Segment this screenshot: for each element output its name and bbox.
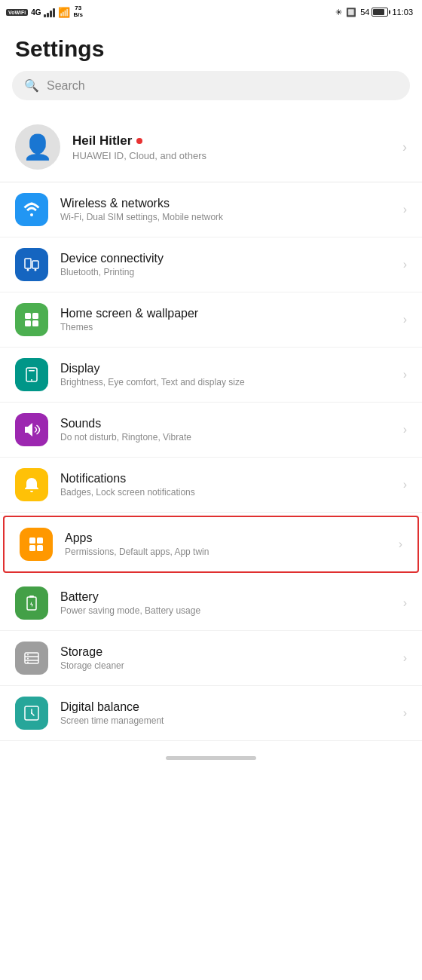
apps-text: Apps Permissions, Default apps, App twin <box>65 531 387 557</box>
signal-bars-icon <box>44 7 55 17</box>
display-icon <box>15 358 48 391</box>
profile-info: Heil Hitler HUAWEI ID, Cloud, and others <box>72 133 390 161</box>
home-screen-chevron-icon: › <box>403 313 407 326</box>
apps-icon <box>20 528 53 561</box>
profile-section[interactable]: 👤 Heil Hitler HUAWEI ID, Cloud, and othe… <box>0 112 422 182</box>
search-icon: 🔍 <box>24 78 39 93</box>
search-input[interactable]: Search <box>47 79 85 93</box>
network-speed: 73B/s <box>73 5 82 19</box>
svg-rect-8 <box>32 320 38 326</box>
settings-item-home-screen[interactable]: Home screen & wallpaper Themes › <box>0 292 422 348</box>
svg-point-4 <box>35 269 37 271</box>
digital-balance-title: Digital balance <box>60 700 391 714</box>
storage-title: Storage <box>60 645 391 659</box>
settings-item-apps[interactable]: Apps Permissions, Default apps, App twin… <box>3 516 419 573</box>
device-connectivity-subtitle: Bluetooth, Printing <box>60 267 391 277</box>
battery-icon <box>372 8 388 17</box>
svg-point-23 <box>27 658 29 660</box>
notifications-chevron-icon: › <box>403 478 407 492</box>
digital-balance-icon <box>15 697 48 730</box>
svg-rect-18 <box>29 596 34 598</box>
vowifi-indicator: VoWiFi <box>6 9 28 16</box>
profile-name: Heil Hitler <box>72 133 390 149</box>
sounds-chevron-icon: › <box>403 423 407 436</box>
battery-chevron-icon: › <box>403 596 407 610</box>
search-bar[interactable]: 🔍 Search <box>12 71 410 100</box>
status-right: ✳ 🔲 54 11:03 <box>335 8 413 17</box>
status-left: VoWiFi 4G 📶 73B/s <box>6 5 83 19</box>
svg-rect-6 <box>32 313 38 319</box>
sounds-title: Sounds <box>60 417 391 430</box>
storage-chevron-icon: › <box>403 651 407 665</box>
settings-item-battery[interactable]: Battery Power saving mode, Battery usage… <box>0 576 422 631</box>
wireless-chevron-icon: › <box>403 203 407 216</box>
sounds-text: Sounds Do not disturb, Ringtone, Vibrate <box>60 417 391 443</box>
wifi-icon: 📶 <box>58 7 70 18</box>
storage-subtitle: Storage cleaner <box>60 660 391 671</box>
wireless-subtitle: Wi-Fi, Dual SIM settings, Mobile network <box>60 212 391 222</box>
network-type: 4G <box>31 8 41 17</box>
device-connectivity-icon <box>15 248 48 281</box>
svg-rect-7 <box>25 320 31 326</box>
settings-item-storage[interactable]: Storage Storage cleaner › <box>0 631 422 686</box>
svg-rect-5 <box>25 313 31 319</box>
svg-point-24 <box>27 662 29 663</box>
apps-title: Apps <box>65 531 387 545</box>
wireless-title: Wireless & networks <box>60 197 391 210</box>
display-subtitle: Brightness, Eye comfort, Text and displa… <box>60 377 391 387</box>
storage-icon <box>15 642 48 675</box>
settings-item-sounds[interactable]: Sounds Do not disturb, Ringtone, Vibrate… <box>0 403 422 458</box>
svg-rect-15 <box>29 545 35 551</box>
settings-item-digital-balance[interactable]: Digital balance Screen time management › <box>0 686 422 741</box>
svg-rect-2 <box>32 261 38 268</box>
notifications-title: Notifications <box>60 472 391 485</box>
settings-item-notifications[interactable]: Notifications Badges, Lock screen notifi… <box>0 458 422 513</box>
bluetooth-icon: ✳ <box>335 8 342 17</box>
storage-text: Storage Storage cleaner <box>60 645 391 671</box>
online-dot <box>136 138 142 144</box>
home-screen-text: Home screen & wallpaper Themes <box>60 307 391 332</box>
battery-indicator: 54 <box>360 8 388 17</box>
svg-rect-16 <box>37 545 43 551</box>
svg-rect-13 <box>29 537 35 544</box>
svg-rect-19 <box>25 653 38 663</box>
notifications-text: Notifications Badges, Lock screen notifi… <box>60 472 391 498</box>
time-display: 11:03 <box>392 8 413 17</box>
battery-percent: 54 <box>360 8 369 17</box>
display-title: Display <box>60 362 391 375</box>
sounds-subtitle: Do not disturb, Ringtone, Vibrate <box>60 432 391 443</box>
settings-item-wireless[interactable]: Wireless & networks Wi-Fi, Dual SIM sett… <box>0 182 422 237</box>
apps-chevron-icon: › <box>399 537 402 551</box>
wireless-icon <box>15 193 48 226</box>
profile-chevron-icon: › <box>402 139 407 155</box>
settings-item-device-connectivity[interactable]: Device connectivity Bluetooth, Printing … <box>0 237 422 292</box>
svg-point-26 <box>31 712 32 714</box>
display-chevron-icon: › <box>403 368 407 381</box>
settings-item-display[interactable]: Display Brightness, Eye comfort, Text an… <box>0 348 422 403</box>
sounds-icon <box>15 413 48 446</box>
home-screen-title: Home screen & wallpaper <box>60 307 391 320</box>
svg-point-0 <box>30 213 33 216</box>
battery-icon <box>15 586 48 620</box>
svg-point-3 <box>27 269 29 271</box>
home-screen-subtitle: Themes <box>60 322 391 332</box>
battery-subtitle: Power saving mode, Battery usage <box>60 605 391 616</box>
device-connectivity-title: Device connectivity <box>60 252 391 265</box>
profile-subtitle: HUAWEI ID, Cloud, and others <box>72 150 390 161</box>
digital-balance-subtitle: Screen time management <box>60 715 391 726</box>
apps-subtitle: Permissions, Default apps, App twin <box>65 547 387 557</box>
battery-text: Battery Power saving mode, Battery usage <box>60 590 391 616</box>
home-bar <box>0 747 422 766</box>
digital-balance-text: Digital balance Screen time management <box>60 700 391 726</box>
home-bar-pill <box>166 756 256 760</box>
device-connectivity-text: Device connectivity Bluetooth, Printing <box>60 252 391 277</box>
settings-list: Wireless & networks Wi-Fi, Dual SIM sett… <box>0 182 422 741</box>
avatar-icon: 👤 <box>23 133 53 161</box>
svg-rect-14 <box>37 537 43 544</box>
svg-rect-1 <box>25 259 31 268</box>
notifications-icon <box>15 468 48 501</box>
profile-name-text: Heil Hitler <box>72 133 132 149</box>
display-text: Display Brightness, Eye comfort, Text an… <box>60 362 391 387</box>
svg-rect-11 <box>29 370 35 372</box>
svg-point-22 <box>27 654 29 656</box>
